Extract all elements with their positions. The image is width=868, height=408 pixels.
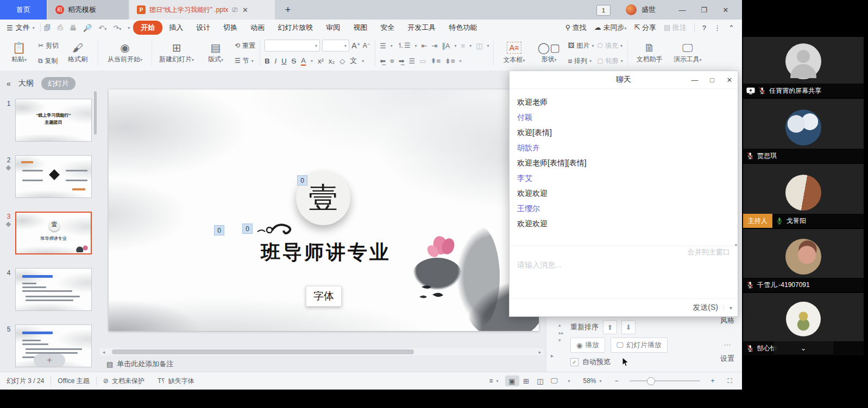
tab-document[interactable]: P 团日“线上学习我能行” .pptx ⎚ ✕: [129, 0, 275, 20]
chat-sender[interactable]: 付颖: [517, 110, 730, 125]
sync-status-button[interactable]: ☁ 未同步▾: [594, 23, 627, 33]
more-menu-icon[interactable]: ⋮: [714, 24, 721, 32]
move-down-button[interactable]: ⬇: [621, 320, 636, 334]
chat-sender[interactable]: 胡歆卉: [517, 140, 730, 155]
animation-tag[interactable]: 0: [242, 224, 253, 234]
text-direction-button[interactable]: ∥A: [442, 42, 450, 50]
zoom-percent[interactable]: 58%▾: [577, 377, 608, 385]
horizontal-scrollbar[interactable]: ◂ ▸: [100, 348, 544, 355]
quickbar-more-icon[interactable]: ▾: [124, 25, 133, 30]
textbox-button[interactable]: A≡文本框▾: [498, 38, 530, 68]
copy-button[interactable]: ⧉复制: [38, 55, 59, 67]
zoom-in-button[interactable]: +: [705, 377, 721, 385]
menu-item-devtools[interactable]: 开发工具: [401, 21, 442, 34]
send-button[interactable]: 发送(S): [687, 303, 724, 313]
pane-collapse-icon[interactable]: ▸: [551, 353, 553, 359]
slide-thumb-4[interactable]: 4: [0, 268, 98, 314]
section-button[interactable]: ☰节▾: [235, 55, 255, 67]
merge-to-main-link[interactable]: 合并到主窗口: [510, 246, 738, 258]
tab-home[interactable]: 首页: [0, 0, 47, 20]
print-button[interactable]: 🖶: [66, 24, 80, 32]
numbered-list-button[interactable]: ⒈☰: [397, 41, 411, 50]
new-tab-button[interactable]: +: [280, 2, 295, 17]
menu-item-insert[interactable]: 插入: [162, 21, 190, 34]
menu-item-review[interactable]: 审阅: [319, 21, 347, 34]
slide-thumb-1[interactable]: 1 “线上学习我能行” 主题团日: [0, 99, 98, 144]
undo-button[interactable]: ↶▾: [95, 24, 110, 32]
highlight-button[interactable]: ◇: [339, 57, 345, 65]
text-effect-button[interactable]: 文: [350, 56, 357, 66]
participant-tile[interactable]: 任霄霄的屏幕共享: [743, 37, 864, 98]
add-slide-button[interactable]: +: [34, 354, 65, 367]
increase-font-icon[interactable]: A⁺: [351, 41, 361, 50]
menu-item-security[interactable]: 安全: [374, 21, 401, 34]
output-button[interactable]: ⎙: [54, 23, 66, 32]
close-window-button[interactable]: ✕: [716, 0, 735, 20]
superscript-button[interactable]: x²: [318, 57, 324, 65]
print-preview-button[interactable]: 🔎: [80, 24, 95, 32]
arrange-button[interactable]: ⧈排列▾: [568, 55, 594, 67]
slide-sorter-view-button[interactable]: ⊞: [519, 375, 533, 386]
share-button[interactable]: ⇱ 分享: [634, 23, 656, 33]
tab-docer[interactable]: 稻 稻壳模板: [48, 0, 128, 20]
slide-thumb-2[interactable]: 2: [0, 155, 98, 201]
account-name[interactable]: 盛世: [639, 0, 658, 20]
minimize-window-button[interactable]: —: [672, 0, 692, 20]
chat-input[interactable]: [510, 258, 738, 298]
slideshow-play-button[interactable]: 🖵 幻灯片播放: [611, 337, 668, 353]
chat-titlebar[interactable]: 聊天 — □ ✕: [510, 71, 738, 89]
normal-view-button[interactable]: ▣: [505, 375, 519, 386]
subscript-button[interactable]: x₂: [329, 57, 335, 65]
participant-tile[interactable]: 贾思琪: [743, 99, 864, 163]
chat-minimize-button[interactable]: —: [687, 71, 703, 88]
missing-font-status[interactable]: T⸮缺失字体: [151, 377, 201, 386]
participant-tile[interactable]: 郜心怡 ⌄: [743, 293, 864, 355]
decrease-indent-button[interactable]: ⇤: [422, 42, 427, 50]
align-right-button[interactable]: ➡̲: [399, 57, 405, 65]
cut-button[interactable]: ✂剪切: [38, 40, 59, 52]
chat-sender[interactable]: 李艾: [517, 170, 730, 186]
bold-button[interactable]: B: [265, 57, 269, 65]
find-button[interactable]: ⚲ 查找: [565, 23, 587, 33]
theme-name[interactable]: Office 主题: [51, 377, 96, 386]
side-tab-more-icon[interactable]: ⋯: [716, 341, 738, 349]
play-animation-button[interactable]: ◉ 播放: [570, 337, 605, 353]
protection-status[interactable]: ⊘文档未保护: [97, 377, 151, 386]
help-button[interactable]: ?: [702, 24, 706, 32]
menu-item-animation[interactable]: 动画: [244, 21, 271, 34]
redo-button[interactable]: ↷▾: [110, 24, 124, 32]
shapes-button[interactable]: ◯▢形状▾: [533, 38, 564, 68]
paste-button[interactable]: 📋粘贴▾: [3, 38, 35, 68]
font-color-button[interactable]: A: [301, 56, 306, 66]
menu-item-features[interactable]: 特色功能: [442, 21, 483, 34]
bullet-list-button[interactable]: ☰: [380, 42, 386, 50]
notes-toggle-button[interactable]: ≡▾: [482, 377, 505, 385]
scrollbar-thumb[interactable]: [112, 349, 414, 354]
format-painter-button[interactable]: 🖌格式刷: [62, 38, 93, 68]
menu-item-home[interactable]: 开始: [133, 21, 162, 35]
picture-button[interactable]: 🖾图片▾: [568, 40, 594, 52]
spacing-increase-button[interactable]: ⇞≡: [431, 57, 441, 65]
reset-button[interactable]: ⟲重置: [235, 40, 255, 52]
collapse-panel-icon[interactable]: «: [7, 79, 11, 88]
play-from-current-button[interactable]: ◉从当前开始▾: [103, 38, 147, 68]
file-menu[interactable]: ☰ 文件 ▾: [0, 23, 40, 33]
participant-tile[interactable]: 主持人 戈誉阳: [743, 164, 864, 228]
doc-assistant-button[interactable]: 🗎文档助手: [632, 38, 667, 68]
increase-indent-button[interactable]: ⇥: [431, 42, 437, 50]
zoom-slider-thumb[interactable]: [647, 377, 655, 385]
notes-bar[interactable]: ▤ 单击此处添加备注: [100, 357, 552, 371]
animation-tag[interactable]: 0: [214, 225, 224, 235]
menu-item-slideshow[interactable]: 幻灯片放映: [271, 21, 319, 34]
side-tab-settings[interactable]: 设置: [716, 354, 738, 364]
animation-tag[interactable]: 0: [297, 175, 307, 186]
side-tab-style[interactable]: 风格: [716, 316, 738, 326]
chat-message-list[interactable]: 欢迎老师 付颖 欢迎[表情] 胡歆卉 欢迎老师[表情][表情] 李艾 欢迎欢迎 …: [510, 89, 738, 246]
participant-tile[interactable]: 千雪儿.-41907091: [743, 229, 864, 292]
font-size-select[interactable]: ▾: [322, 40, 349, 52]
restore-window-button[interactable]: ❐: [694, 0, 714, 20]
move-up-button[interactable]: ⬆: [603, 320, 617, 334]
menu-item-design[interactable]: 设计: [190, 21, 217, 34]
chat-sender[interactable]: 王缨尔: [517, 201, 730, 216]
menu-item-view[interactable]: 视图: [347, 21, 374, 34]
